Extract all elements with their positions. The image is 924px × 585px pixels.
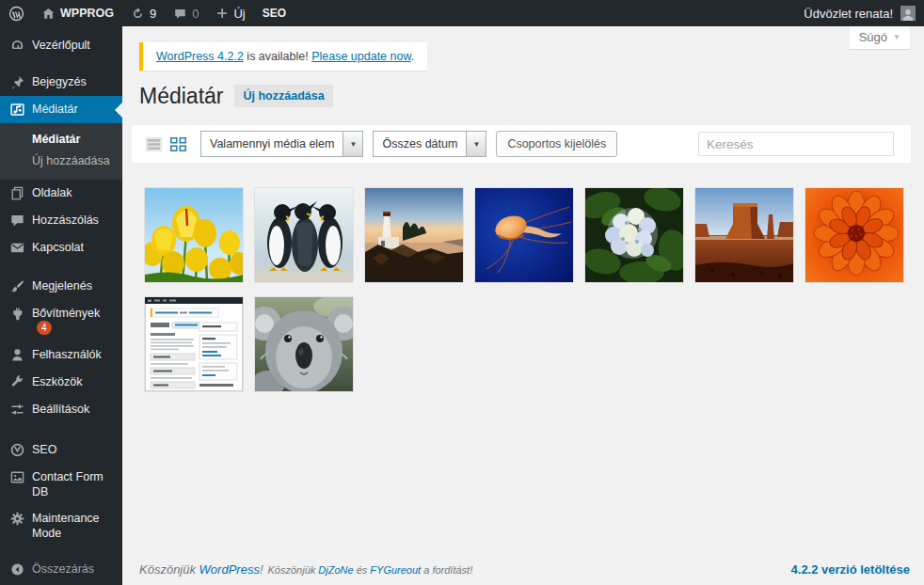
media-item-jellyfish[interactable] [475, 188, 573, 282]
sidebar-label: Megjelenés [32, 278, 119, 293]
users-icon [8, 347, 26, 363]
sidebar-item-collapse[interactable]: Összezárás [0, 556, 122, 583]
footer: Köszönjük WordPress!Köszönjük DjZoNe és … [139, 562, 910, 577]
sidebar-label: Maintenance Mode [32, 511, 119, 541]
adminbar-new[interactable]: Új [207, 0, 253, 26]
adminbar-updates[interactable]: 9 [122, 0, 165, 26]
sidebar-label: Kapcsolat [32, 240, 119, 255]
sidebar-item-contact[interactable]: Kapcsolat [0, 234, 122, 261]
sidebar-item-posts[interactable]: Bejegyzés [0, 69, 122, 96]
greeting-text: Üdvözlet renata! [804, 7, 893, 21]
tools-icon [8, 374, 26, 390]
sidebar-label: Bővítmények4 [32, 306, 119, 336]
update-version-link[interactable]: WordPress 4.2.2 [156, 50, 244, 63]
view-switcher [144, 134, 188, 154]
media-toolbar: Valamennyi média elem ▼ Összes dátum ▼ C… [132, 125, 911, 163]
admin-bar: WPPROG 9 0 Új SEO Üdvözlet renata! [0, 0, 924, 26]
help-label: Súgó [859, 30, 887, 44]
translation-credit: Köszönjük DjZoNe és FYGureout a fordítás… [268, 564, 473, 576]
sidebar-item-tools[interactable]: Eszközök [0, 369, 122, 396]
version-download-link[interactable]: 4.2.2 verzió letöltése [791, 562, 910, 577]
sidebar-item-appearance[interactable]: Megjelenés [0, 273, 122, 300]
adminbar-comments[interactable]: 0 [165, 0, 207, 26]
dashboard-icon [8, 38, 26, 54]
sidebar-item-dashboard[interactable]: Vezérlőpult [0, 32, 122, 59]
plugin-icon [8, 306, 26, 322]
wordpress-logo-icon[interactable] [0, 0, 33, 26]
media-item-desert[interactable] [695, 188, 793, 282]
sidebar-label: Oldalak [32, 185, 119, 200]
update-now-link[interactable]: Please update now [311, 50, 411, 63]
page-title: Médiatár [139, 83, 223, 109]
chevron-down-icon: ▼ [893, 33, 900, 41]
sidebar-item-pages[interactable]: Oldalak [0, 180, 122, 207]
search-input[interactable] [698, 132, 894, 156]
adminbar-site-menu[interactable]: WPPROG [33, 0, 122, 26]
pages-icon [8, 185, 26, 201]
media-item-hydrangea[interactable] [585, 188, 683, 282]
sidebar-label: Eszközök [32, 374, 119, 389]
chevron-down-icon: ▼ [466, 132, 486, 156]
gear-icon [8, 511, 26, 527]
update-icon [131, 7, 145, 21]
submenu-item-media-library[interactable]: Médiatár [0, 129, 122, 150]
adminbar-account[interactable]: Üdvözlet renata! [804, 6, 924, 21]
add-new-button[interactable]: Új hozzáadása [234, 85, 332, 107]
sidebar-item-maintenance-mode[interactable]: Maintenance Mode [0, 505, 122, 546]
footer-text: ! [260, 562, 263, 577]
sidebar-label: Vezérlőpult [32, 38, 119, 53]
plugins-update-badge: 4 [37, 321, 52, 335]
appearance-icon [8, 278, 26, 294]
pin-icon [8, 74, 26, 90]
bulk-select-button[interactable]: Csoportos kijelölés [496, 131, 617, 157]
collapse-icon [8, 561, 26, 577]
sidebar-item-contact-form-db[interactable]: Contact Form DB [0, 464, 122, 505]
notice-text: is available! [244, 50, 311, 63]
sidebar-label: Médiatár [32, 102, 119, 117]
adminbar-seo[interactable]: SEO [254, 0, 295, 26]
wordpress-link[interactable]: WordPress [199, 562, 260, 577]
media-item-screenshot[interactable] [145, 297, 243, 391]
translator-link-1[interactable]: DjZoNe [318, 564, 353, 576]
avatar [900, 6, 916, 21]
submenu-item-add-new[interactable]: Új hozzáadása [0, 150, 122, 172]
sidebar-item-seo[interactable]: SEO [0, 436, 122, 464]
comment-count: 0 [192, 7, 199, 21]
yoast-icon [8, 442, 26, 458]
plus-icon [215, 7, 229, 20]
sidebar-label: Beállítások [32, 402, 119, 417]
site-name: WPPROG [60, 7, 114, 20]
sidebar-label: Összezárás [32, 561, 119, 577]
page-header: Médiatár Új hozzáadása [139, 83, 924, 109]
media-item-dahlia[interactable] [805, 188, 903, 282]
media-item-tulips[interactable] [145, 188, 243, 282]
sidebar-item-media[interactable]: Médiatár [0, 96, 122, 123]
sidebar-item-plugins[interactable]: Bővítmények4 [0, 300, 122, 341]
grid-view-icon[interactable] [168, 134, 188, 154]
media-item-penguins[interactable] [255, 188, 353, 282]
translator-link-2[interactable]: FYGureout [370, 564, 421, 576]
media-icon [8, 102, 26, 118]
database-icon [8, 469, 26, 485]
sidebar-label: Hozzászólás [32, 213, 119, 228]
list-view-icon[interactable] [144, 134, 164, 154]
seo-label: SEO [263, 7, 286, 20]
media-type-filter-value: Valamennyi média elem [201, 132, 343, 156]
sidebar-item-settings[interactable]: Beállítások [0, 396, 122, 423]
date-filter[interactable]: Összes dátum ▼ [373, 131, 486, 157]
media-submenu: Médiatár Új hozzáadása [0, 123, 122, 180]
media-item-koala[interactable] [255, 297, 353, 391]
media-grid [145, 188, 916, 391]
sidebar-label: SEO [32, 442, 119, 457]
help-tab[interactable]: Súgó ▼ [850, 26, 910, 49]
media-item-lighthouse[interactable] [365, 188, 463, 282]
sidebar-label: Bejegyzés [32, 74, 119, 89]
sidebar-label: Felhasználók [32, 347, 119, 362]
home-icon [41, 7, 56, 21]
update-notice: WordPress 4.2.2 is available! Please upd… [139, 42, 427, 71]
sidebar-item-users[interactable]: Felhasználók [0, 341, 122, 369]
date-filter-value: Összes dátum [374, 132, 466, 156]
sidebar-item-comments[interactable]: Hozzászólás [0, 207, 122, 234]
media-type-filter[interactable]: Valamennyi média elem ▼ [200, 131, 363, 157]
admin-sidebar: Vezérlőpult Bejegyzés Médiatár Médiatár … [0, 26, 122, 585]
